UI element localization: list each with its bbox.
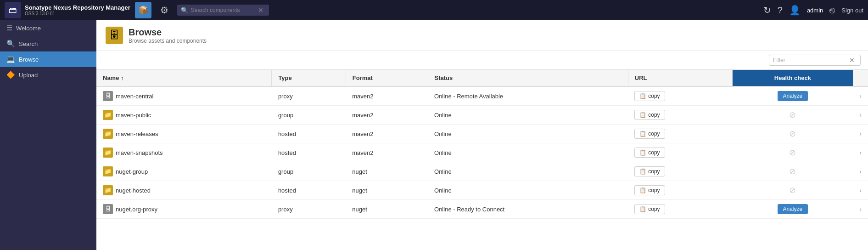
copy-button[interactable]: 📋 copy (634, 204, 665, 214)
gear-icon[interactable]: ⚙ (156, 2, 173, 18)
copy-label: copy (648, 93, 660, 99)
help-button[interactable]: ? (778, 5, 783, 16)
copy-button[interactable]: 📋 copy (634, 166, 665, 176)
repo-name[interactable]: maven-snapshots (116, 149, 163, 156)
sidebar-item-browse[interactable]: 💻 Browse (0, 51, 96, 67)
topbar-right: ↻ ? 👤 admin ⎋ Sign out (763, 5, 863, 16)
repository-table: Name ↑ Type Format Status URL (96, 70, 868, 219)
cell-format: maven2 (346, 86, 428, 106)
cell-expand[interactable]: › (853, 143, 868, 162)
app-title: Sonatype Nexus Repository Manager (25, 4, 130, 11)
copy-label: copy (648, 131, 660, 137)
col-header-type[interactable]: Type (272, 70, 346, 86)
repo-name[interactable]: nuget.org-proxy (116, 206, 157, 213)
table-row: 📁 maven-public group maven2 Online 📋 cop… (96, 106, 868, 125)
health-check-disabled-icon: ⊘ (789, 186, 796, 195)
filter-input-wrap: ✕ (769, 55, 861, 66)
table-row: 📁 maven-snapshots hosted maven2 Online 📋… (96, 143, 868, 162)
cell-expand[interactable]: › (853, 162, 868, 181)
health-check-disabled-icon: ⊘ (789, 129, 796, 138)
copy-button[interactable]: 📋 copy (634, 91, 665, 101)
filter-input[interactable] (773, 57, 846, 63)
health-check-disabled-icon: ⊘ (789, 148, 796, 157)
cell-url: 📋 copy (628, 106, 732, 125)
sidebar-item-search[interactable]: 🔍 Search (0, 36, 96, 51)
cell-healthcheck: ⊘ (732, 162, 853, 181)
copy-button[interactable]: 📋 copy (634, 185, 665, 195)
analyze-button[interactable]: Analyze (778, 204, 808, 214)
signout-icon[interactable]: ⎋ (829, 5, 835, 16)
analyze-button[interactable]: Analyze (778, 91, 808, 101)
health-check-disabled-icon: ⊘ (789, 110, 796, 119)
copy-icon: 📋 (639, 206, 646, 212)
cell-status: Online (428, 143, 628, 162)
signout-label[interactable]: Sign out (841, 7, 863, 14)
copy-label: copy (648, 187, 660, 193)
main-layout: ☰ Welcome 🔍 Search 💻 Browse 🔶 Upload 🗄 B… (0, 20, 868, 250)
search-clear-icon[interactable]: ✕ (258, 6, 263, 14)
copy-button[interactable]: 📋 copy (634, 129, 665, 139)
cell-name: 🗄 maven-central (96, 86, 272, 106)
cell-format: nuget (346, 181, 428, 200)
copy-icon: 📋 (639, 187, 646, 193)
table-row: 📁 nuget-hosted hosted nuget Online 📋 cop… (96, 181, 868, 200)
sidebar-item-welcome[interactable]: ☰ Welcome (0, 20, 96, 36)
sidebar-item-label-browse: Browse (19, 56, 39, 63)
col-header-healthcheck: Health check (732, 70, 853, 86)
cell-format: maven2 (346, 106, 428, 125)
repo-name[interactable]: maven-releases (116, 131, 158, 137)
cell-name: 📁 maven-public (96, 106, 272, 125)
cell-expand[interactable]: › (853, 125, 868, 143)
cell-name: 📁 maven-snapshots (96, 143, 272, 162)
cell-type: hosted (272, 125, 346, 143)
cell-status: Online (428, 181, 628, 200)
cell-expand[interactable]: › (853, 181, 868, 200)
cell-status: Online - Ready to Connect (428, 200, 628, 219)
cell-type: hosted (272, 181, 346, 200)
col-header-name[interactable]: Name ↑ (96, 70, 272, 86)
page-header-icon: 🗄 (106, 27, 123, 44)
table-row: 🗄 nuget.org-proxy proxy nuget Online - R… (96, 200, 868, 219)
copy-button[interactable]: 📋 copy (634, 148, 665, 158)
cell-url: 📋 copy (628, 200, 732, 219)
cell-expand[interactable]: › (853, 86, 868, 106)
search-icon: 🔍 (181, 7, 188, 14)
cell-healthcheck: Analyze (732, 200, 853, 219)
repo-name[interactable]: maven-public (116, 112, 151, 119)
cell-healthcheck: ⊘ (732, 181, 853, 200)
logo-text: Sonatype Nexus Repository Manager OSS 3.… (25, 4, 130, 16)
copy-label: copy (648, 112, 660, 118)
repo-name[interactable]: nuget-group (116, 168, 148, 175)
user-icon: 👤 (789, 5, 801, 16)
sidebar-item-label-upload: Upload (19, 72, 38, 79)
refresh-button[interactable]: ↻ (763, 5, 771, 16)
cell-format: nuget (346, 200, 428, 219)
copy-button[interactable]: 📋 copy (634, 110, 665, 120)
search-icon: 🔍 (6, 40, 15, 48)
filter-clear-icon[interactable]: ✕ (849, 57, 855, 64)
admin-label[interactable]: admin (807, 7, 823, 14)
col-header-format[interactable]: Format (346, 70, 428, 86)
app-logo: 🗃 Sonatype Nexus Repository Manager OSS … (5, 2, 130, 18)
sidebar-item-upload[interactable]: 🔶 Upload (0, 67, 96, 83)
cell-expand[interactable]: › (853, 200, 868, 219)
cell-type: group (272, 106, 346, 125)
cell-expand[interactable]: › (853, 106, 868, 125)
col-header-status[interactable]: Status (428, 70, 628, 86)
welcome-icon: ☰ (6, 24, 12, 32)
repo-name[interactable]: maven-central (116, 93, 153, 100)
cell-name: 📁 nuget-group (96, 162, 272, 181)
upload-icon: 🔶 (6, 71, 15, 79)
search-input[interactable] (191, 7, 255, 13)
cell-name: 📁 nuget-hosted (96, 181, 272, 200)
cell-format: nuget (346, 162, 428, 181)
page-header-text: Browse Browse assets and components (129, 27, 207, 44)
nav-home-button[interactable]: 📦 (135, 2, 151, 18)
cell-type: group (272, 162, 346, 181)
cell-format: maven2 (346, 125, 428, 143)
cell-format: maven2 (346, 143, 428, 162)
col-header-url[interactable]: URL (628, 70, 732, 86)
repo-name[interactable]: nuget-hosted (116, 187, 151, 194)
app-version: OSS 3.13.0-01 (25, 11, 130, 16)
component-search-box: 🔍 ✕ (177, 5, 269, 16)
